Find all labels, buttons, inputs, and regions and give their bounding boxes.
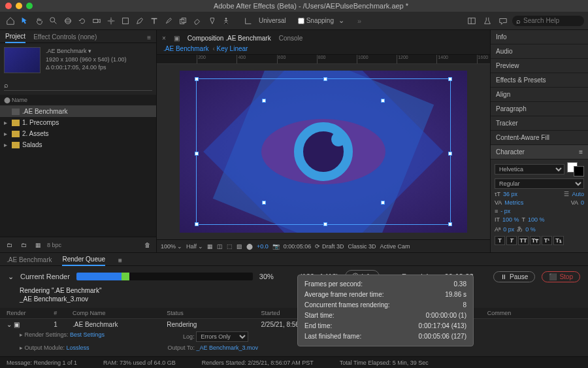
panel-character: Character≡ [491,145,588,159]
color-mgmt-icon[interactable]: ⬤ [246,243,253,250]
tsume-input[interactable]: 0 % [525,226,536,233]
stop-button[interactable]: ⬛ Stop [542,271,580,282]
exposure-value[interactable]: +0.0 [257,243,269,250]
draft-3d-toggle[interactable]: ⟳ Draft 3D [315,243,344,250]
baseline-input[interactable]: 0 px [503,226,514,233]
project-item-ae-benchmark[interactable]: .AE Benchmark [0,106,156,117]
output-to-link[interactable]: _AE Benchmark_3.mov [196,344,258,351]
panel-menu-icon[interactable]: ≡ [147,34,151,41]
shape-tool-icon[interactable] [119,14,132,27]
expand-arrow-icon[interactable]: ⌄ [8,273,14,281]
eraser-tool-icon[interactable] [191,14,204,27]
svg-point-8 [225,18,227,20]
column-name[interactable]: Name [12,97,27,103]
mask-icon[interactable]: ◫ [217,243,223,250]
pause-button[interactable]: ⏸ Pause [493,271,535,282]
panel-preview[interactable]: Preview [491,59,588,73]
tracking-input[interactable]: 0 [581,199,584,206]
tab-timeline-comp[interactable]: .AE Benchmark [7,256,52,265]
tab-render-queue[interactable]: Render Queue [62,256,105,266]
log-dropdown[interactable]: Errors Only [196,331,248,342]
review-icon[interactable] [497,14,510,27]
workspace-switcher-icon[interactable] [465,14,478,27]
bold-button[interactable]: T [495,236,505,245]
tab-composition[interactable]: Composition .AE Benchmark [188,35,271,42]
bit-depth[interactable]: 8 bpc [47,242,61,248]
stroke-input[interactable]: - px [500,208,510,214]
local-axis-icon[interactable] [242,14,255,27]
project-item-salads[interactable]: ▸Salads [0,139,156,150]
panel-tracker[interactable]: Tracker [491,116,588,131]
renderer-dropdown[interactable]: Classic 3D [348,243,376,250]
smallcaps-button[interactable]: Tᴛ [530,236,540,245]
search-help-input[interactable] [523,17,580,24]
subscript-button[interactable]: T₁ [553,236,564,245]
maximize-window-icon[interactable] [26,3,33,9]
puppet-tool-icon[interactable] [220,14,233,27]
resolution-dropdown[interactable]: Half ⌄ [186,243,203,250]
clone-tool-icon[interactable] [176,14,189,27]
snap-options-icon[interactable]: ⌄ [335,14,348,27]
tab-effect-controls[interactable]: Effect Controls (none) [33,33,97,42]
render-settings-link[interactable]: Best Settings [70,331,105,338]
project-item-precomps[interactable]: ▸1. Precomps [0,117,156,128]
preview-time[interactable]: 0:00:05:06 [284,243,312,250]
font-weight-dropdown[interactable]: Regular [495,178,584,189]
trash-icon[interactable]: 🗑 [142,240,152,250]
selection-bounds[interactable] [196,78,451,225]
project-item-assets[interactable]: ▸2. Assets [0,128,156,139]
queue-row[interactable]: ⌄ ▣ 1 .AE Benchmark Rendering 2/25/21, 8… [0,319,588,330]
panel-menu-icon[interactable]: ≡ [579,148,583,156]
crumb-current[interactable]: Key Linear [212,45,248,52]
camera-dropdown[interactable]: Active Cam [380,243,410,250]
pen-tool-icon[interactable] [133,14,146,27]
rotation-tool-icon[interactable] [76,14,89,27]
snapshot-icon[interactable]: 📷 [272,243,280,250]
region-icon[interactable]: ⬚ [227,243,233,250]
interpret-footage-icon[interactable]: 🗀 [4,240,14,250]
allcaps-button[interactable]: TT [518,236,529,245]
panel-paragraph[interactable]: Paragraph [491,102,588,116]
camera-tool-icon[interactable] [90,14,103,27]
text-tool-icon[interactable] [148,14,161,27]
tab-console[interactable]: Console [279,35,303,42]
snapping-checkbox[interactable]: Snapping [298,17,334,24]
panel-info[interactable]: Info [491,30,588,44]
font-size-input[interactable]: 36 px [503,191,517,197]
roto-tool-icon[interactable] [205,14,218,27]
composition-viewport[interactable] [157,64,490,239]
tab-project[interactable]: Project [5,33,25,43]
crumb-root[interactable]: .AE Benchmark [163,45,208,52]
project-search-input[interactable] [11,82,152,89]
panel-audio[interactable]: Audio [491,44,588,59]
comp-lock-icon[interactable]: × [162,35,166,42]
grid-icon[interactable]: ▦ [207,243,213,250]
panel-content-aware[interactable]: Content-Aware Fill [491,131,588,145]
leading-input[interactable]: Auto [572,191,584,197]
anchor-tool-icon[interactable] [105,14,118,27]
minimize-window-icon[interactable] [16,3,22,9]
panel-effects-presets[interactable]: Effects & Presets [491,73,588,88]
output-module-link[interactable]: Lossless [67,344,90,351]
hand-tool-icon[interactable] [33,14,46,27]
orbit-tool-icon[interactable] [61,14,74,27]
vscale-input[interactable]: 100 % [502,216,519,223]
color-swatches[interactable] [567,162,584,176]
home-icon[interactable] [4,14,17,27]
italic-button[interactable]: T [506,236,517,245]
hscale-input[interactable]: 100 % [528,216,545,223]
beaker-icon[interactable] [481,14,494,27]
selection-tool-icon[interactable] [18,14,31,27]
kerning-input[interactable]: Metrics [504,199,523,206]
new-folder-icon[interactable]: 🗀 [18,240,29,250]
panel-align[interactable]: Align [491,88,588,102]
new-comp-icon[interactable]: ▦ [33,240,43,250]
brush-tool-icon[interactable] [162,14,175,27]
zoom-dropdown[interactable]: 100% ⌄ [161,243,182,250]
close-window-icon[interactable] [5,3,12,9]
superscript-button[interactable]: T¹ [542,236,552,245]
transparency-icon[interactable]: ▨ [237,243,242,250]
panel-menu-icon[interactable]: ≡ [118,257,122,264]
zoom-tool-icon[interactable] [47,14,60,27]
font-family-dropdown[interactable]: Helvetica [495,164,564,175]
